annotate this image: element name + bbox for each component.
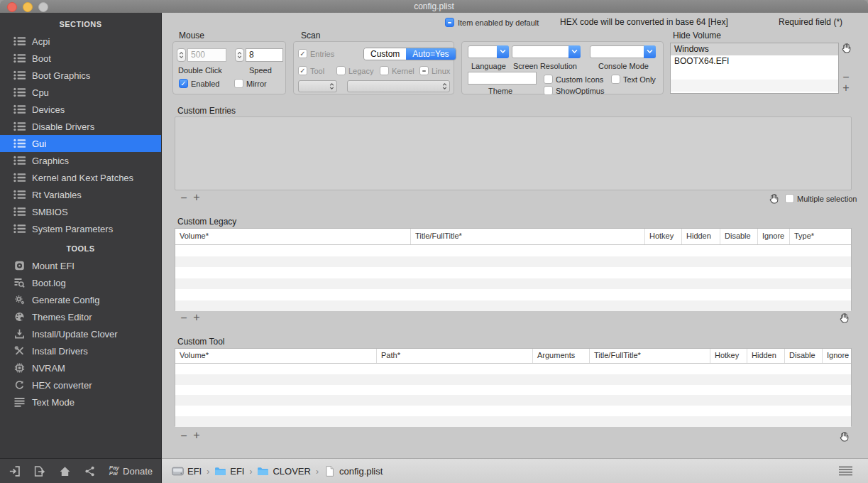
speed-field[interactable]: 8: [246, 48, 283, 62]
item-enabled-by-default-checkbox[interactable]: [445, 18, 454, 27]
scan-legacy-checkbox[interactable]: [336, 66, 346, 75]
column-header[interactable]: Title/FullTitle*: [411, 229, 645, 244]
column-header[interactable]: Ignore: [823, 349, 851, 363]
column-header[interactable]: Hidden: [682, 229, 720, 244]
sidebar-item-system-parameters[interactable]: System Parameters: [0, 220, 161, 237]
column-header[interactable]: Title/FullTitle*: [590, 349, 710, 363]
table-row[interactable]: [175, 300, 851, 312]
column-header[interactable]: Volume*: [175, 229, 411, 244]
scan-linux-checkbox[interactable]: [419, 66, 429, 75]
table-row[interactable]: [175, 278, 851, 290]
table-row[interactable]: [175, 416, 851, 427]
list-item[interactable]: [671, 67, 838, 80]
sidebar-item-smbios[interactable]: SMBIOS: [0, 203, 161, 220]
column-header[interactable]: Disable: [785, 349, 823, 363]
sidebar-item-acpi[interactable]: Acpi: [0, 33, 161, 50]
menu-icon[interactable]: [839, 466, 852, 476]
sidebar-item-install-drivers[interactable]: Install Drivers: [0, 342, 161, 359]
breadcrumb-item-config-plist[interactable]: config.plist: [324, 466, 383, 477]
mouse-enabled-checkbox[interactable]: [179, 79, 188, 88]
breadcrumb-item-clover-folder[interactable]: CLOVER: [257, 466, 310, 477]
hide-volume-remove-button[interactable]: −: [840, 72, 852, 82]
sidebar-item-graphics[interactable]: Graphics: [0, 152, 161, 169]
sidebar-item-boot-graphics[interactable]: Boot Graphics: [0, 67, 161, 84]
table-row[interactable]: [175, 245, 851, 256]
import-icon[interactable]: [9, 466, 21, 477]
mouse-mirror-checkbox[interactable]: [234, 79, 243, 88]
column-header[interactable]: Path*: [377, 349, 533, 363]
paypal-donate-button[interactable]: PayPal Donate: [109, 465, 153, 477]
custom-entries-area[interactable]: [175, 116, 852, 190]
export-icon[interactable]: [33, 466, 45, 477]
scan-entries-checkbox[interactable]: [298, 49, 307, 58]
sidebar-item-generate-config[interactable]: Generate Config: [0, 291, 161, 308]
sidebar-item-hex-converter[interactable]: HEX converter: [0, 376, 161, 394]
sidebar-item-cpu[interactable]: Cpu: [0, 84, 161, 101]
sidebar-item-boot-log[interactable]: Boot.log: [0, 274, 161, 291]
sidebar-item-nvram[interactable]: NVRAM: [0, 359, 161, 376]
sidebar-item-devices[interactable]: Devices: [0, 101, 161, 118]
table-row[interactable]: [175, 256, 851, 268]
sidebar-item-text-mode[interactable]: Text Mode: [0, 394, 161, 411]
share-icon[interactable]: [84, 466, 96, 477]
scan-popup-large[interactable]: [347, 80, 450, 92]
column-header[interactable]: Disable: [720, 229, 758, 244]
sidebar-item-kernel-and-kext-patches[interactable]: Kernel and Kext Patches: [0, 169, 161, 186]
hide-volume-add-button[interactable]: +: [840, 83, 852, 93]
list-item[interactable]: BOOTX64.EFI: [671, 55, 838, 67]
custom-entries-add-button[interactable]: +: [191, 192, 202, 202]
multiple-selection-checkbox[interactable]: [785, 194, 794, 203]
theme-field[interactable]: [468, 72, 537, 85]
custom-legacy-remove-button[interactable]: −: [178, 313, 189, 323]
sidebar-item-rt-variables[interactable]: Rt Variables: [0, 186, 161, 203]
table-row[interactable]: [175, 289, 851, 300]
sidebar-item-mount-efi[interactable]: Mount EFI: [0, 257, 161, 274]
scan-tool-checkbox[interactable]: [298, 66, 307, 75]
custom-entries-remove-button[interactable]: −: [178, 193, 189, 203]
scan-kernel-checkbox[interactable]: [380, 66, 389, 75]
sidebar-item-themes-editor[interactable]: Themes Editor: [0, 308, 161, 325]
home-icon[interactable]: [59, 466, 71, 477]
column-header[interactable]: Volume*: [175, 349, 377, 363]
speed-stepper[interactable]: [235, 48, 244, 62]
column-header[interactable]: Hidden: [747, 349, 785, 363]
sidebar-item-gui[interactable]: Gui: [0, 135, 161, 152]
list-item[interactable]: Windows: [671, 43, 838, 55]
breadcrumb-item-efi-folder[interactable]: EFI: [214, 466, 244, 477]
column-header[interactable]: Ignore: [758, 229, 790, 244]
drag-hand-icon[interactable]: [839, 430, 850, 442]
scan-popup-small[interactable]: [298, 80, 337, 92]
table-row[interactable]: [175, 364, 851, 374]
console-mode-combo[interactable]: [590, 45, 656, 58]
drag-hand-icon[interactable]: [769, 192, 780, 204]
column-header[interactable]: Arguments: [533, 349, 590, 363]
drag-hand-icon[interactable]: [841, 42, 852, 53]
screen-resolution-combo[interactable]: [512, 45, 581, 58]
list-item[interactable]: [671, 80, 838, 92]
text-only-checkbox[interactable]: [611, 75, 620, 84]
sidebar-item-install-update-clover[interactable]: Install/Update Clover: [0, 325, 161, 342]
sidebar-item-disable-drivers[interactable]: Disable Drivers: [0, 118, 161, 135]
custom-tool-add-button[interactable]: +: [191, 430, 202, 440]
double-click-field[interactable]: 500: [187, 48, 226, 62]
breadcrumb-item-efi-disk[interactable]: EFI: [172, 466, 202, 477]
sidebar-item-label: Generate Config: [32, 295, 99, 305]
table-row[interactable]: [175, 385, 851, 396]
custom-icons-checkbox[interactable]: [544, 75, 553, 84]
table-row[interactable]: [175, 406, 851, 416]
table-row[interactable]: [175, 267, 851, 278]
table-row[interactable]: [175, 374, 851, 385]
column-header[interactable]: Hotkey: [645, 229, 682, 244]
custom-tool-remove-button[interactable]: −: [178, 431, 189, 441]
language-combo[interactable]: [468, 45, 509, 58]
double-click-stepper[interactable]: [177, 48, 186, 62]
column-header[interactable]: Hotkey: [710, 349, 747, 363]
show-optimus-checkbox[interactable]: [544, 86, 553, 95]
custom-legacy-add-button[interactable]: +: [191, 313, 202, 322]
sidebar-item-boot[interactable]: Boot: [0, 50, 161, 67]
drag-hand-icon[interactable]: [839, 312, 850, 323]
table-row[interactable]: [175, 395, 851, 406]
column-header[interactable]: Type*: [790, 229, 851, 244]
segment-auto-yes[interactable]: Auto=Yes: [406, 48, 455, 60]
segment-custom[interactable]: Custom: [364, 48, 406, 60]
